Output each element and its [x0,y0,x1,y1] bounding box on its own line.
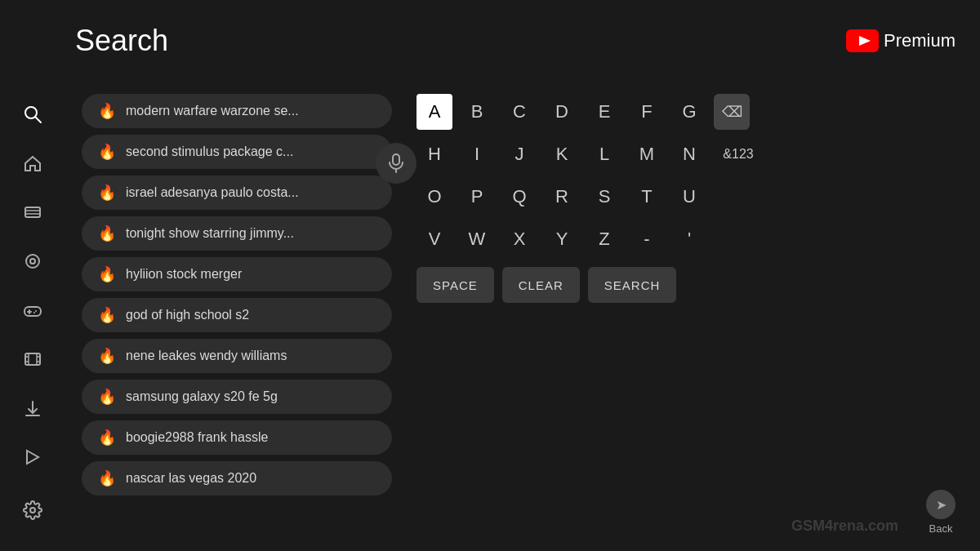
key-123[interactable]: &123 [714,136,763,172]
svg-line-6 [35,117,41,122]
sidebar-bottom [0,494,65,527]
key-row-4: V W X Y Z - ' [416,221,763,257]
youtube-logo: Premium [846,29,956,52]
sidebar-icon-movies[interactable] [16,343,49,375]
key-P[interactable]: P [459,179,495,215]
suggestion-item[interactable]: 🔥nene leakes wendy williams [82,339,392,373]
trending-icon: 🔥 [98,224,116,242]
key-row-2: H I J K L M N &123 [416,136,763,172]
mic-button[interactable] [376,143,416,184]
sidebar-icon-home[interactable] [16,147,49,180]
trending-icon: 🔥 [98,347,116,365]
suggestion-item[interactable]: 🔥samsung galaxy s20 fe 5g [82,380,392,414]
clear-button[interactable]: CLEAR [502,267,580,303]
key-N[interactable]: N [671,136,707,172]
key-D[interactable]: D [544,94,580,130]
key-Y[interactable]: Y [544,221,580,257]
key-Q[interactable]: Q [501,179,537,215]
key-V[interactable]: V [416,221,452,257]
premium-label: Premium [884,30,956,51]
key-G[interactable]: G [671,94,707,130]
header-right: Premium [846,29,956,52]
key-X[interactable]: X [501,221,537,257]
key-M[interactable]: M [629,136,665,172]
sidebar-icon-downloads[interactable] [16,392,49,424]
sidebar-icon-gaming[interactable] [16,294,49,327]
key-backspace[interactable]: ⌫ [714,94,750,130]
suggestion-text: hyliion stock merger [126,267,242,282]
key-W[interactable]: W [459,221,495,257]
suggestion-item[interactable]: 🔥hyliion stock merger [82,257,392,291]
suggestions-list: 🔥modern warfare warzone se...🔥second sti… [82,90,392,543]
key-C[interactable]: C [501,94,537,130]
trending-icon: 🔥 [98,143,116,161]
key-F[interactable]: F [629,94,665,130]
key-Z[interactable]: Z [586,221,622,257]
suggestion-item[interactable]: 🔥boogie2988 frank hassle [82,420,392,455]
key-dash[interactable]: - [629,221,665,257]
key-L[interactable]: L [586,136,622,172]
key-E[interactable]: E [586,94,622,130]
svg-point-16 [33,312,35,313]
key-R[interactable]: R [544,179,580,215]
suggestion-item[interactable]: 🔥nascar las vegas 2020 [82,461,392,495]
space-button[interactable]: SPACE [416,267,494,303]
svg-rect-17 [25,353,40,365]
keyboard-bottom-row: SPACE CLEAR SEARCH [416,267,763,303]
key-S[interactable]: S [586,179,622,215]
svg-point-26 [30,508,35,513]
key-row-3: O P Q R S T U [416,179,763,215]
suggestion-item[interactable]: 🔥israel adesanya paulo costa... [82,176,392,210]
trending-icon: 🔥 [98,184,116,202]
key-I[interactable]: I [459,136,495,172]
trending-icon: 🔥 [98,469,116,487]
back-button[interactable]: ➤ Back [926,490,956,535]
key-row-1: A B C D E F G ⌫ [416,94,763,130]
sidebar-icon-settings[interactable] [16,494,49,527]
main-content: 🔥modern warfare warzone se...🔥second sti… [65,82,980,551]
back-label: Back [929,522,953,535]
suggestion-text: tonight show starring jimmy... [126,226,294,241]
trending-icon: 🔥 [98,102,116,120]
suggestion-item[interactable]: 🔥tonight show starring jimmy... [82,216,392,251]
sidebar-icon-library[interactable] [16,245,49,278]
suggestion-text: modern warfare warzone se... [126,104,299,118]
sidebar [0,0,65,551]
key-T[interactable]: T [629,179,665,215]
key-K[interactable]: K [544,136,580,172]
suggestion-text: samsung galaxy s20 fe 5g [126,389,278,404]
key-H[interactable]: H [416,136,452,172]
suggestion-text: israel adesanya paulo costa... [126,185,299,200]
key-B[interactable]: B [459,94,495,130]
svg-rect-27 [393,154,399,165]
key-J[interactable]: J [501,136,537,172]
trending-icon: 🔥 [98,265,116,283]
suggestion-text: god of high school s2 [126,308,249,322]
key-A[interactable]: A [416,94,452,130]
svg-point-10 [26,255,39,268]
sidebar-icon-subscriptions[interactable] [16,196,49,229]
suggestion-text: nascar las vegas 2020 [126,471,256,486]
suggestion-item[interactable]: 🔥god of high school s2 [82,298,392,332]
watermark: GSM4rena.com [791,518,898,535]
page-title: Search [75,24,168,58]
trending-icon: 🔥 [98,429,116,447]
key-U[interactable]: U [671,179,707,215]
key-apostrophe[interactable]: ' [671,221,707,257]
suggestion-item[interactable]: 🔥second stimulus package c... [82,135,392,169]
svg-point-11 [30,259,35,264]
search-button[interactable]: SEARCH [588,267,677,303]
sidebar-icon-search[interactable] [16,98,49,131]
header: Search Premium [0,0,980,82]
suggestion-text: second stimulus package c... [126,144,293,159]
sidebar-icon-video[interactable] [16,441,49,473]
svg-rect-12 [24,307,41,316]
svg-marker-25 [27,451,38,464]
suggestion-text: boogie2988 frank hassle [126,430,268,445]
svg-rect-7 [25,207,40,217]
suggestion-item[interactable]: 🔥modern warfare warzone se... [82,94,392,128]
svg-point-15 [35,310,37,312]
trending-icon: 🔥 [98,388,116,406]
key-O[interactable]: O [416,179,452,215]
trending-icon: 🔥 [98,306,116,324]
